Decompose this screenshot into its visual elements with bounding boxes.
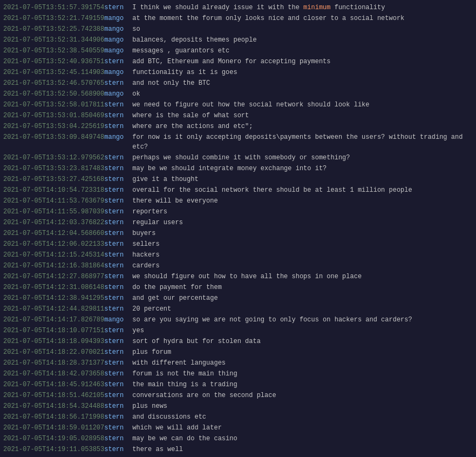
timestamp: 2021-07-05T13:53:09.849748 xyxy=(3,132,104,152)
message-text: at the moment the forum only looks nice … xyxy=(132,14,404,23)
chat-row: 2021-07-05T14:11:55.987039sternreporters xyxy=(0,206,476,217)
chat-row: 2021-07-05T13:53:23.817483sternmay be we… xyxy=(0,163,476,174)
message-text: we need to figure out how the social net… xyxy=(132,100,369,110)
chat-row: 2021-07-05T13:53:04.225619sternwhere are… xyxy=(0,121,476,132)
message-text: buyers xyxy=(132,228,155,238)
message-text: we should figure out how to have all the… xyxy=(132,272,362,281)
message-text: so are you saying we are not going to on… xyxy=(132,315,412,325)
timestamp: 2021-07-05T13:52:50.568900 xyxy=(3,89,104,99)
message-text: may be we should integrate money exchang… xyxy=(132,164,327,173)
chat-row: 2021-07-05T14:18:59.011207sternwhich we … xyxy=(0,422,476,433)
timestamp: 2021-07-05T13:52:40.936751 xyxy=(3,57,104,66)
chat-row: 2021-07-05T14:18:56.171998sternand discu… xyxy=(0,412,476,422)
username: stern xyxy=(104,434,132,443)
chat-row: 2021-07-05T13:53:27.425168sterngive it a… xyxy=(0,174,476,185)
chat-row: 2021-07-05T14:12:27.868977sternwe should… xyxy=(0,271,476,282)
username: stern xyxy=(104,261,132,271)
chat-row: 2021-07-05T13:53:12.979562sternperhaps w… xyxy=(0,152,476,163)
message-text: overall for the social network there sho… xyxy=(132,185,412,195)
message-text: give it a thought xyxy=(132,174,198,184)
timestamp: 2021-07-05T14:12:03.376822 xyxy=(3,218,104,227)
message-text: there as well xyxy=(132,445,183,454)
message-text: conversations are on the second place xyxy=(132,391,276,400)
timestamp: 2021-07-05T13:53:23.817483 xyxy=(3,164,104,173)
message-text: forum is not the main thing xyxy=(132,369,237,379)
message-text: functionality as it is goes xyxy=(132,68,237,77)
chat-row: 2021-07-05T14:14:17.826789mangoso are yo… xyxy=(0,314,476,325)
message-text: where is the sale of what sort xyxy=(132,111,249,120)
timestamp: 2021-07-05T13:52:21.749159 xyxy=(3,14,104,23)
username: stern xyxy=(104,423,132,433)
chat-row: 2021-07-05T13:52:45.114903mangofunctiona… xyxy=(0,67,476,78)
chat-row: 2021-07-05T14:11:53.763679sternthere wil… xyxy=(0,196,476,206)
chat-row: 2021-07-05T13:52:46.570765sternand not o… xyxy=(0,78,476,89)
username: stern xyxy=(104,304,132,314)
chat-row: 2021-07-05T14:10:54.723318sternoverall f… xyxy=(0,185,476,196)
chat-row: 2021-07-05T13:53:01.850469sternwhere is … xyxy=(0,110,476,121)
timestamp: 2021-07-05T14:12:06.022133 xyxy=(3,239,104,249)
timestamp: 2021-07-05T14:18:45.912463 xyxy=(3,380,104,389)
message-text: hackers xyxy=(132,250,159,260)
message-text: where are the actions and etc"; xyxy=(132,122,253,131)
username: stern xyxy=(104,293,132,303)
username: stern xyxy=(104,337,132,346)
username: stern xyxy=(104,185,132,195)
highlight-minimum: minimum xyxy=(303,4,330,11)
username: stern xyxy=(104,111,132,120)
message-text: reporters xyxy=(132,207,167,217)
chat-row: 2021-07-05T13:52:58.017811sternwe need t… xyxy=(0,99,476,110)
timestamp: 2021-07-05T13:53:12.979562 xyxy=(3,153,104,163)
username: stern xyxy=(104,196,132,206)
timestamp: 2021-07-05T14:18:56.171998 xyxy=(3,412,104,422)
message-text: the main thing is a trading xyxy=(132,380,237,389)
message-text: carders xyxy=(132,261,159,271)
chat-row: 2021-07-05T14:12:03.376822sternregular u… xyxy=(0,217,476,228)
chat-row: 2021-07-05T14:12:38.941295sternand get o… xyxy=(0,293,476,304)
timestamp: 2021-07-05T13:51:57.391754 xyxy=(3,3,104,12)
timestamp: 2021-07-05T14:11:53.763679 xyxy=(3,196,104,206)
chat-row: 2021-07-05T14:18:28.371377sternwith diff… xyxy=(0,358,476,368)
username: mango xyxy=(104,14,132,23)
message-text: and get our percentage xyxy=(132,293,217,303)
chat-row: 2021-07-05T13:52:40.936751sternadd BTC, … xyxy=(0,56,476,67)
message-text: 20 percent xyxy=(132,304,171,314)
username: stern xyxy=(104,78,132,88)
message-text: and not only the BTC xyxy=(132,78,210,88)
timestamp: 2021-07-05T13:52:38.540559 xyxy=(3,46,104,56)
chat-row: 2021-07-05T14:18:10.077151sternyes xyxy=(0,325,476,336)
chat-row: 2021-07-05T14:18:51.462105sternconversat… xyxy=(0,390,476,401)
chat-row: 2021-07-05T14:18:54.324488sternplus news xyxy=(0,401,476,412)
username: mango xyxy=(104,89,132,99)
chat-row: 2021-07-05T13:52:21.749159mangoat the mo… xyxy=(0,13,476,24)
timestamp: 2021-07-05T14:18:51.462105 xyxy=(3,391,104,400)
message-text: with different languages xyxy=(132,358,226,368)
timestamp: 2021-07-05T14:12:38.941295 xyxy=(3,293,104,303)
timestamp: 2021-07-05T13:52:58.017811 xyxy=(3,100,104,110)
timestamp: 2021-07-05T14:11:55.987039 xyxy=(3,207,104,217)
username: stern xyxy=(104,3,132,12)
chat-row: 2021-07-05T14:12:31.086148sterndo the pa… xyxy=(0,282,476,293)
message-text: perhaps we should combine it with somebo… xyxy=(132,153,350,163)
username: stern xyxy=(104,207,132,217)
chat-row: 2021-07-05T13:51:57.391754sternI think w… xyxy=(0,2,476,13)
chat-row: 2021-07-05T13:52:25.742388mangoso xyxy=(0,24,476,35)
username: stern xyxy=(104,164,132,173)
timestamp: 2021-07-05T14:19:05.028958 xyxy=(3,434,104,443)
message-text: regular users xyxy=(132,218,183,227)
username: stern xyxy=(104,369,132,379)
timestamp: 2021-07-05T14:12:04.568660 xyxy=(3,228,104,238)
username: stern xyxy=(104,250,132,260)
username: stern xyxy=(104,239,132,249)
timestamp: 2021-07-05T14:12:27.868977 xyxy=(3,272,104,281)
chat-container: 2021-07-05T13:51:57.391754sternI think w… xyxy=(0,0,476,457)
username: stern xyxy=(104,153,132,163)
message-text: sellers xyxy=(132,239,159,249)
timestamp: 2021-07-05T14:12:15.245314 xyxy=(3,250,104,260)
timestamp: 2021-07-05T13:52:46.570765 xyxy=(3,78,104,88)
message-text: plus forum xyxy=(132,347,171,357)
message-text: add BTC, Ethereum and Monero for accepti… xyxy=(132,57,330,66)
timestamp: 2021-07-05T14:18:22.070021 xyxy=(3,347,104,357)
username: mango xyxy=(104,68,132,77)
chat-row: 2021-07-05T14:12:04.568660sternbuyers xyxy=(0,228,476,239)
timestamp: 2021-07-05T14:18:54.324488 xyxy=(3,401,104,411)
